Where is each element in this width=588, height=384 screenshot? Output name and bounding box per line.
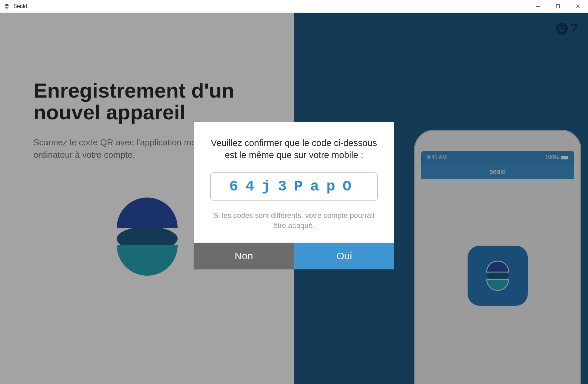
- app-window: Seald Enregistrement d'un nouvel apparei…: [0, 0, 588, 384]
- window-title: Seald: [13, 3, 27, 9]
- modal-body: Veuillez confirmer que le code ci-dessou…: [194, 122, 394, 243]
- modal-actions: Non Oui: [194, 243, 394, 269]
- yes-button[interactable]: Oui: [294, 243, 394, 269]
- modal-warning: Si les codes sont différents, votre comp…: [210, 211, 378, 230]
- yes-button-label: Oui: [336, 250, 352, 262]
- content-area: Enregistrement d'un nouvel appareil Scan…: [0, 13, 588, 384]
- no-button[interactable]: Non: [194, 243, 294, 269]
- svg-rect-1: [556, 5, 560, 8]
- no-button-label: Non: [234, 250, 253, 262]
- verification-code: 64j3PapO: [210, 172, 378, 201]
- modal-message: Veuillez confirmer que le code ci-dessou…: [210, 137, 378, 161]
- window-controls: [528, 0, 588, 13]
- minimize-button[interactable]: [528, 0, 548, 13]
- close-button[interactable]: [568, 0, 588, 13]
- confirm-code-modal: Veuillez confirmer que le code ci-dessou…: [194, 122, 394, 269]
- titlebar: Seald: [0, 0, 588, 13]
- titlebar-left: Seald: [0, 3, 27, 10]
- app-logo-icon: [3, 3, 10, 10]
- maximize-button[interactable]: [548, 0, 568, 13]
